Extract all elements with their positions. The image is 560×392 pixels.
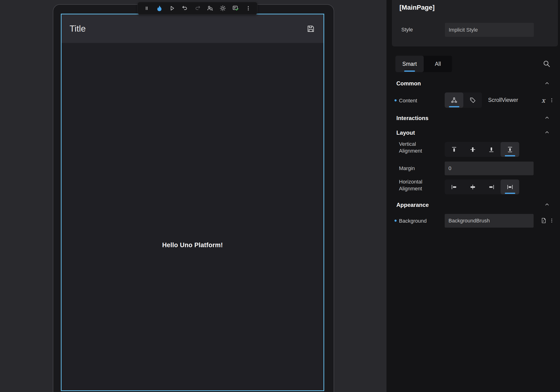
tab-selected-underline <box>404 70 415 72</box>
chevron-up-icon[interactable] <box>542 129 552 136</box>
style-input[interactable]: Implicit Style <box>445 23 534 37</box>
valign-top-button[interactable] <box>445 142 463 157</box>
halign-center-button[interactable] <box>463 180 482 194</box>
margin-label: Margin <box>399 165 415 172</box>
properties-panel: [MainPage] Style Implicit Style Smart Al… <box>386 0 560 392</box>
design-surface: Title Hello Uno Platform! <box>0 0 386 392</box>
chevron-up-icon[interactable] <box>542 80 552 87</box>
section-layout[interactable]: Layout <box>396 130 415 136</box>
content-tag-button[interactable] <box>463 92 482 108</box>
style-label: Style <box>401 27 413 33</box>
background-input[interactable]: BackgroundBrush <box>445 214 534 228</box>
app-title: Title <box>70 24 86 34</box>
undo-icon[interactable] <box>180 4 190 13</box>
property-tabs: Smart All <box>395 56 452 72</box>
chevron-up-icon[interactable] <box>542 201 552 208</box>
content-modified-indicator <box>394 99 397 101</box>
edit-resource-icon[interactable] <box>540 217 548 224</box>
tab-smart-label: Smart <box>402 61 417 67</box>
halign-right-button[interactable] <box>482 180 500 194</box>
valign-stretch-button[interactable] <box>500 142 519 157</box>
markup-binding-icon[interactable]: x <box>539 96 547 104</box>
section-common[interactable]: Common <box>396 80 421 87</box>
halign-stretch-button[interactable] <box>500 180 519 194</box>
hot-design-toolbar <box>138 2 258 15</box>
redo-icon[interactable] <box>193 4 202 13</box>
tab-all-label: All <box>435 61 441 67</box>
tab-smart[interactable]: Smart <box>395 56 424 72</box>
horizontal-alignment-label: Horizontal Alignment <box>399 178 432 192</box>
content-value[interactable]: ScrollViewer <box>488 97 518 103</box>
hello-text: Hello Uno Platform! <box>61 241 323 249</box>
content-type-toggle <box>445 92 482 108</box>
background-more-icon[interactable] <box>548 217 556 224</box>
app-canvas-selection[interactable]: Title Hello Uno Platform! <box>61 14 324 391</box>
play-icon[interactable] <box>167 4 177 13</box>
tab-all[interactable]: All <box>424 56 452 72</box>
element-inspector-icon[interactable] <box>205 4 215 13</box>
content-label: Content <box>399 97 417 104</box>
valign-bottom-button[interactable] <box>482 142 500 157</box>
selected-element-card: [MainPage] Style Implicit Style <box>392 0 558 46</box>
hot-reload-flame-icon[interactable] <box>155 4 164 13</box>
selected-element-title: [MainPage] <box>400 4 435 11</box>
background-label: Background <box>399 217 427 224</box>
app-header-bar: Title <box>61 14 323 43</box>
section-interactions[interactable]: Interactions <box>396 115 429 121</box>
theme-toggle-icon[interactable] <box>218 4 228 13</box>
app-body: Hello Uno Platform! <box>61 43 323 390</box>
content-element-button[interactable] <box>445 92 463 108</box>
content-more-icon[interactable] <box>548 96 556 104</box>
vertical-alignment-group <box>445 142 519 157</box>
drag-handle-icon[interactable] <box>142 4 151 13</box>
validation-check-icon[interactable] <box>231 4 240 13</box>
valign-center-button[interactable] <box>463 142 482 157</box>
margin-input[interactable]: 0 <box>445 161 534 175</box>
device-frame: Title Hello Uno Platform! <box>53 4 334 392</box>
search-icon[interactable] <box>542 59 551 68</box>
vertical-alignment-label: Vertical Alignment <box>399 141 432 154</box>
more-menu-icon[interactable] <box>244 4 253 13</box>
background-modified-indicator <box>394 220 397 222</box>
horizontal-alignment-group <box>445 180 519 194</box>
halign-left-button[interactable] <box>445 180 463 194</box>
save-icon[interactable] <box>306 24 315 33</box>
section-appearance[interactable]: Appearance <box>396 202 429 208</box>
chevron-up-icon[interactable] <box>542 114 552 121</box>
